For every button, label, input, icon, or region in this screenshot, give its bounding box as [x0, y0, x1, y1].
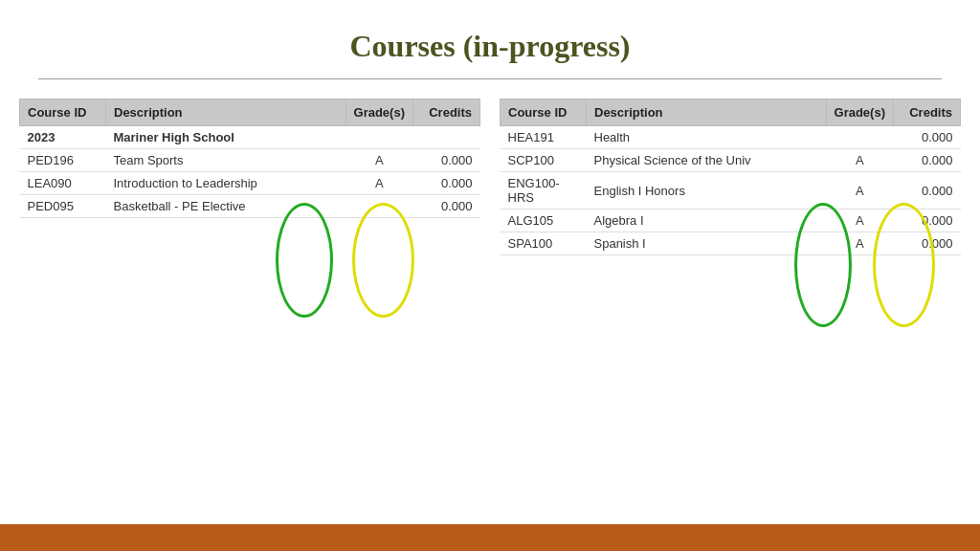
course-description: Algebra I	[587, 209, 827, 232]
left-table: Course ID Description Grade(s) Credits 2…	[19, 99, 480, 255]
course-grade: A	[826, 209, 893, 232]
course-credits: 0.000	[894, 149, 961, 172]
table-row: SPA100 Spanish I A 0.000	[501, 232, 961, 255]
right-col-courseid: Course ID	[501, 99, 587, 126]
left-col-grade: Grade(s)	[345, 99, 412, 126]
table-row: ALG105 Algebra I A 0.000	[501, 209, 961, 232]
course-credits: 0.000	[413, 172, 480, 195]
tables-container: Course ID Description Grade(s) Credits 2…	[0, 99, 980, 255]
course-credits: 0.000	[894, 172, 961, 209]
right-col-grade: Grade(s)	[826, 99, 893, 126]
course-id: ENG100-HRS	[501, 172, 587, 209]
course-credits: 0.000	[894, 209, 961, 232]
table-row: SCP100 Physical Science of the Univ A 0.…	[501, 149, 961, 172]
right-course-table: Course ID Description Grade(s) Credits H…	[500, 99, 961, 255]
course-credits: 0.000	[413, 149, 480, 172]
course-description: Introduction to Leadership	[106, 172, 346, 195]
left-col-courseid: Course ID	[20, 99, 106, 126]
course-grade: A	[345, 172, 412, 195]
table-row: HEA191 Health 0.000	[501, 126, 961, 149]
course-grade: A	[826, 149, 893, 172]
course-grade: A	[345, 149, 412, 172]
right-table: Course ID Description Grade(s) Credits H…	[500, 99, 961, 255]
course-credits: 0.000	[894, 126, 961, 149]
table-row: LEA090 Introduction to Leadership A 0.00…	[20, 172, 480, 195]
course-description: Physical Science of the Univ	[587, 149, 827, 172]
bottom-bar	[0, 524, 980, 551]
school-name: Mariner High School	[106, 126, 346, 149]
course-id: SCP100	[501, 149, 587, 172]
right-col-description: Description	[587, 99, 827, 126]
course-credits: 0.000	[413, 195, 480, 218]
school-year: 2023	[20, 126, 106, 149]
course-description: Spanish I	[587, 232, 827, 255]
left-col-description: Description	[106, 99, 346, 126]
left-course-table: Course ID Description Grade(s) Credits 2…	[19, 99, 480, 218]
right-col-credits: Credits	[894, 99, 961, 126]
table-row: PED196 Team Sports A 0.000	[20, 149, 480, 172]
school-row: 2023 Mariner High School	[20, 126, 480, 149]
course-grade: A	[826, 232, 893, 255]
page-title: Courses (in-progress)	[0, 0, 980, 78]
left-col-credits: Credits	[413, 99, 480, 126]
course-id: SPA100	[501, 232, 587, 255]
course-description: Team Sports	[106, 149, 346, 172]
course-credits: 0.000	[894, 232, 961, 255]
divider	[38, 78, 942, 79]
table-row: PED095 Basketball - PE Elective 0.000	[20, 195, 480, 218]
course-id: ALG105	[501, 209, 587, 232]
course-id: LEA090	[20, 172, 106, 195]
course-description: Basketball - PE Elective	[106, 195, 346, 218]
course-grade: A	[826, 172, 893, 209]
course-description: English I Honors	[587, 172, 827, 209]
table-row: ENG100-HRS English I Honors A 0.000	[501, 172, 961, 209]
course-id: PED095	[20, 195, 106, 218]
course-id: HEA191	[501, 126, 587, 149]
course-id: PED196	[20, 149, 106, 172]
course-grade	[345, 195, 412, 218]
course-grade	[826, 126, 893, 149]
course-description: Health	[587, 126, 827, 149]
